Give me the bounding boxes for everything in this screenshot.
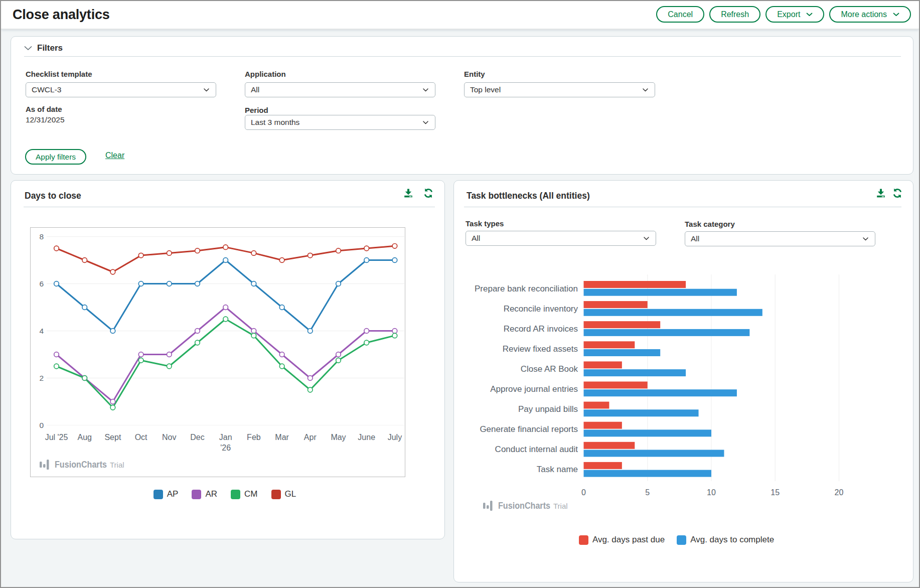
- filters-title: Filters: [37, 43, 63, 53]
- refresh-button[interactable]: Refresh: [709, 6, 760, 23]
- task-types-select[interactable]: All: [466, 231, 656, 246]
- period-label: Period: [245, 106, 268, 114]
- legend-label: Avg. days to complete: [690, 535, 774, 545]
- svg-text:June: June: [358, 433, 375, 442]
- days-to-close-separator: [24, 207, 435, 207]
- legend-label: CM: [244, 489, 257, 499]
- chevron-down-icon: [423, 88, 428, 92]
- svg-text:Oct: Oct: [135, 433, 147, 442]
- export-button[interactable]: Export: [765, 6, 824, 23]
- application-select[interactable]: All: [245, 82, 435, 97]
- clear-filters-link[interactable]: Clear: [105, 151, 124, 160]
- chevron-down-icon: [806, 13, 813, 17]
- apply-filters-button[interactable]: Apply filters: [25, 149, 86, 165]
- chevron-down-icon: [863, 237, 868, 241]
- days-to-close-widget: Days to close 02468Jul '25AugSeptOctNovD…: [11, 180, 445, 539]
- task-types-label: Task types: [466, 219, 504, 228]
- svg-text:Jul '25: Jul '25: [45, 433, 68, 442]
- svg-text:Generate financial reports: Generate financial reports: [480, 424, 578, 434]
- task-category-select[interactable]: All: [685, 231, 875, 246]
- fusioncharts-watermark: FusionChartsTrial: [483, 501, 568, 511]
- svg-text:Trial: Trial: [553, 502, 568, 510]
- chevron-down-icon: [423, 121, 428, 124]
- svg-text:Conduct internal audit: Conduct internal audit: [495, 445, 578, 454]
- svg-text:0: 0: [581, 488, 586, 497]
- svg-text:Close AR Book: Close AR Book: [521, 364, 578, 374]
- filters-separator: [24, 56, 901, 57]
- legend-label: Avg. days past due: [592, 535, 665, 545]
- task-bottlenecks-widget: Task bottlenecks (All entities) Task typ…: [453, 180, 913, 582]
- legend-label: AR: [205, 489, 217, 499]
- svg-text:Apr: Apr: [304, 433, 317, 442]
- refresh-icon[interactable]: [892, 188, 903, 199]
- legend-swatch: [154, 490, 163, 499]
- svg-text:FusionCharts: FusionCharts: [55, 460, 107, 470]
- legend-label: AP: [167, 489, 179, 499]
- entity-label: Entity: [464, 70, 485, 78]
- task-bottlenecks-legend: Avg. days past dueAvg. days to complete: [447, 535, 906, 545]
- legend-item-ap[interactable]: AP: [154, 489, 179, 499]
- svg-text:FusionCharts: FusionCharts: [498, 501, 550, 511]
- svg-text:5: 5: [645, 488, 650, 497]
- svg-text:Mar: Mar: [275, 433, 289, 442]
- svg-text:Task name: Task name: [537, 465, 578, 474]
- refresh-icon[interactable]: [423, 188, 434, 199]
- download-icon[interactable]: [875, 188, 886, 199]
- legend-item-avg-days-to-complete[interactable]: Avg. days to complete: [677, 535, 774, 545]
- svg-text:'26: '26: [220, 444, 231, 452]
- period-select[interactable]: Last 3 months: [245, 115, 435, 130]
- svg-text:Feb: Feb: [247, 433, 261, 442]
- chevron-down-icon: [644, 237, 649, 240]
- days-to-close-chart: 02468Jul '25AugSeptOctNovDecJan'26FebMar…: [30, 227, 405, 477]
- svg-text:10: 10: [707, 488, 716, 497]
- svg-text:Record AR invoices: Record AR invoices: [504, 324, 578, 334]
- svg-text:May: May: [331, 433, 346, 442]
- legend-item-gl[interactable]: GL: [271, 489, 296, 499]
- checklist-template-select[interactable]: CWCL-3: [26, 82, 216, 97]
- task-bottlenecks-separator: [464, 207, 901, 207]
- svg-text:4: 4: [39, 327, 44, 335]
- svg-text:Dec: Dec: [190, 433, 204, 442]
- download-icon[interactable]: [403, 188, 414, 199]
- as-of-date-label: As of date: [26, 105, 62, 113]
- legend-item-ar[interactable]: AR: [192, 489, 217, 499]
- svg-text:Nov: Nov: [162, 433, 176, 442]
- svg-text:July: July: [388, 433, 402, 442]
- page-title: Close analytics: [13, 7, 110, 23]
- top-buttons: Cancel Refresh Export More actions: [656, 6, 911, 23]
- days-to-close-title: Days to close: [25, 191, 81, 201]
- svg-text:Jan: Jan: [219, 433, 232, 442]
- collapse-chevron-icon[interactable]: [24, 46, 32, 51]
- legend-swatch: [579, 535, 588, 545]
- fusioncharts-watermark: FusionChartsTrial: [40, 460, 124, 470]
- task-category-label: Task category: [685, 220, 735, 228]
- more-actions-button[interactable]: More actions: [829, 6, 911, 23]
- svg-text:Trial: Trial: [110, 461, 124, 469]
- legend-item-avg-days-past-due[interactable]: Avg. days past due: [579, 535, 665, 545]
- chevron-down-icon: [204, 88, 209, 92]
- svg-text:Sept: Sept: [104, 433, 121, 442]
- svg-text:2: 2: [39, 374, 44, 382]
- legend-swatch: [231, 490, 240, 499]
- svg-text:Prepare bank reconciliation: Prepare bank reconciliation: [475, 284, 578, 293]
- legend-swatch: [192, 490, 201, 499]
- checklist-template-label: Checklist template: [26, 70, 92, 78]
- legend-item-cm[interactable]: CM: [231, 489, 257, 499]
- entity-select[interactable]: Top level: [464, 82, 655, 97]
- as-of-date-value: 12/31/2025: [26, 115, 65, 124]
- chevron-down-icon: [643, 88, 648, 92]
- filters-panel: Filters Checklist template CWCL-3 Applic…: [11, 36, 913, 175]
- svg-text:Aug: Aug: [77, 433, 91, 442]
- svg-text:15: 15: [771, 488, 780, 497]
- task-bottlenecks-title: Task bottlenecks (All entities): [467, 191, 590, 201]
- application-label: Application: [245, 70, 286, 78]
- days-to-close-legend: APARCMGL: [8, 489, 441, 499]
- svg-text:20: 20: [835, 488, 844, 497]
- svg-text:Reconcile inventory: Reconcile inventory: [504, 304, 578, 314]
- task-bottlenecks-chart: Prepare bank reconciliationReconcile inv…: [456, 266, 903, 517]
- svg-text:Approve journal entries: Approve journal entries: [490, 384, 578, 394]
- chevron-down-icon: [893, 13, 899, 17]
- svg-text:0: 0: [39, 421, 44, 429]
- cancel-button[interactable]: Cancel: [656, 6, 704, 23]
- svg-text:Review fixed assets: Review fixed assets: [503, 344, 578, 354]
